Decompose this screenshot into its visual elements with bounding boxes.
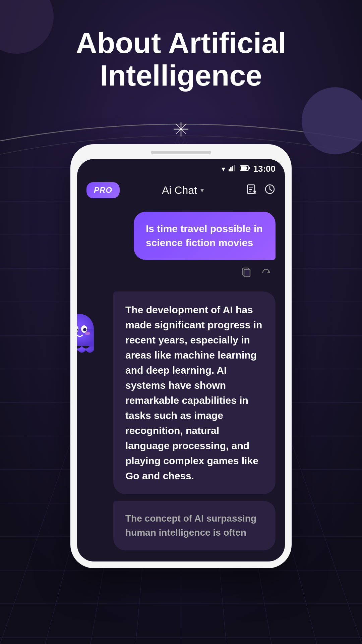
svg-rect-36 (241, 166, 247, 170)
message-actions (86, 267, 276, 281)
phone-frame: ▾ 13:00 (70, 144, 292, 568)
ai-response-bubble-2: The concept of AI surpassing human intel… (113, 501, 276, 550)
chat-area: Is time travel possible in science ficti… (77, 205, 285, 557)
status-time: 13:00 (253, 164, 276, 174)
history-icon[interactable] (264, 183, 276, 197)
ai-message-container: The development of AI has made significa… (86, 291, 276, 550)
clear-chat-icon[interactable] (246, 183, 257, 197)
battery-icon (240, 165, 250, 173)
refresh-icon[interactable] (260, 267, 272, 281)
ai-avatar (77, 312, 102, 355)
page-title: About Artificial Intelligence (0, 27, 362, 92)
app-title-area[interactable]: Ai Chat ▾ (162, 184, 204, 197)
svg-rect-30 (229, 169, 230, 171)
svg-line-45 (270, 189, 272, 191)
signal-icon (229, 165, 237, 173)
svg-point-53 (83, 328, 86, 331)
svg-rect-33 (234, 165, 235, 171)
app-header: PRO Ai Chat ▾ (77, 177, 285, 205)
app-title: Ai Chat (162, 184, 197, 197)
status-bar: ▾ 13:00 (77, 159, 285, 177)
svg-rect-32 (232, 166, 233, 171)
phone-notch (151, 151, 211, 154)
svg-point-55 (85, 332, 90, 335)
svg-rect-47 (244, 269, 250, 277)
svg-point-29 (180, 128, 182, 130)
copy-icon[interactable] (240, 267, 252, 281)
dropdown-arrow-icon: ▾ (200, 186, 204, 194)
user-message: Is time travel possible in science ficti… (86, 212, 276, 260)
svg-rect-35 (249, 167, 250, 169)
svg-rect-31 (230, 167, 232, 171)
ai-response-bubble: The development of AI has made significa… (113, 291, 276, 494)
pro-badge[interactable]: PRO (86, 182, 120, 198)
phone-mockup: ▾ 13:00 (70, 144, 292, 568)
wifi-icon: ▾ (222, 165, 225, 173)
header-icons (246, 183, 276, 197)
user-bubble: Is time travel possible in science ficti… (134, 212, 276, 260)
phone-screen: ▾ 13:00 (77, 159, 285, 561)
